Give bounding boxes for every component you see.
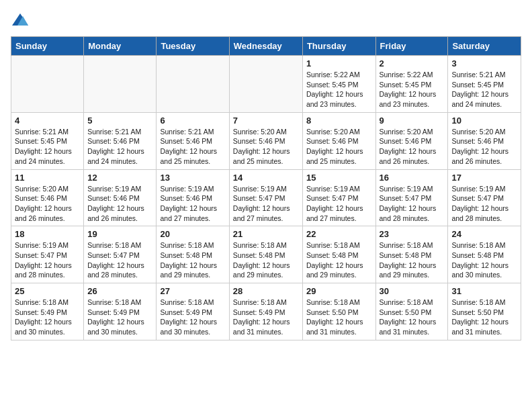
day-number: 9 [380,116,445,126]
day-info: Sunrise: 5:18 AM Sunset: 5:50 PM Dayligh… [380,298,445,337]
day-info: Sunrise: 5:18 AM Sunset: 5:50 PM Dayligh… [306,298,372,337]
calendar-cell: 29Sunrise: 5:18 AM Sunset: 5:50 PM Dayli… [302,283,375,340]
day-info: Sunrise: 5:18 AM Sunset: 5:48 PM Dayligh… [380,240,445,280]
day-number: 30 [380,286,445,296]
day-number: 25 [15,286,80,296]
day-number: 31 [451,286,517,296]
day-info: Sunrise: 5:21 AM Sunset: 5:46 PM Dayligh… [160,127,225,167]
day-number: 28 [233,286,299,296]
day-number: 27 [160,286,225,296]
day-info: Sunrise: 5:18 AM Sunset: 5:48 PM Dayligh… [306,240,372,280]
day-number: 26 [87,286,152,296]
day-info: Sunrise: 5:18 AM Sunset: 5:47 PM Dayligh… [87,240,152,280]
day-number: 23 [380,229,445,239]
day-number: 10 [451,116,517,126]
calendar-cell: 11Sunrise: 5:20 AM Sunset: 5:46 PM Dayli… [11,169,84,226]
day-info: Sunrise: 5:20 AM Sunset: 5:46 PM Dayligh… [15,184,80,224]
day-info: Sunrise: 5:19 AM Sunset: 5:46 PM Dayligh… [160,184,225,224]
calendar-header-monday: Monday [84,37,157,56]
calendar-cell: 23Sunrise: 5:18 AM Sunset: 5:48 PM Dayli… [375,226,448,283]
calendar-cell: 8Sunrise: 5:20 AM Sunset: 5:46 PM Daylig… [302,112,375,169]
calendar-cell: 20Sunrise: 5:18 AM Sunset: 5:48 PM Dayli… [157,226,229,283]
day-number: 13 [160,173,225,183]
calendar-table: SundayMondayTuesdayWednesdayThursdayFrid… [11,36,521,340]
calendar-header-wednesday: Wednesday [229,37,302,56]
page-container: SundayMondayTuesdayWednesdayThursdayFrid… [0,0,532,346]
day-info: Sunrise: 5:19 AM Sunset: 5:47 PM Dayligh… [380,184,445,224]
day-number: 6 [160,116,225,126]
logo-icon [11,11,30,30]
calendar-cell: 14Sunrise: 5:19 AM Sunset: 5:47 PM Dayli… [229,169,302,226]
day-number: 5 [87,116,152,126]
day-number: 3 [451,58,517,68]
day-number: 29 [306,286,372,296]
calendar-header-sunday: Sunday [11,37,84,56]
day-info: Sunrise: 5:20 AM Sunset: 5:46 PM Dayligh… [451,127,517,167]
day-info: Sunrise: 5:22 AM Sunset: 5:45 PM Dayligh… [306,70,372,109]
day-number: 24 [451,229,517,239]
calendar-week-row: 11Sunrise: 5:20 AM Sunset: 5:46 PM Dayli… [11,169,521,226]
calendar-cell: 16Sunrise: 5:19 AM Sunset: 5:47 PM Dayli… [375,169,448,226]
day-info: Sunrise: 5:18 AM Sunset: 5:49 PM Dayligh… [15,298,80,337]
calendar-cell: 2Sunrise: 5:22 AM Sunset: 5:45 PM Daylig… [375,56,448,113]
day-number: 16 [380,173,445,183]
day-number: 19 [87,229,152,239]
day-info: Sunrise: 5:19 AM Sunset: 5:47 PM Dayligh… [451,184,517,224]
calendar-cell [229,56,302,113]
day-info: Sunrise: 5:20 AM Sunset: 5:46 PM Dayligh… [233,127,299,167]
calendar-cell: 17Sunrise: 5:19 AM Sunset: 5:47 PM Dayli… [448,169,521,226]
day-number: 2 [380,58,445,68]
day-info: Sunrise: 5:18 AM Sunset: 5:49 PM Dayligh… [160,298,225,337]
day-number: 11 [15,173,80,183]
calendar-header-thursday: Thursday [302,37,375,56]
day-number: 22 [306,229,372,239]
day-info: Sunrise: 5:18 AM Sunset: 5:49 PM Dayligh… [87,298,152,337]
day-number: 4 [15,116,80,126]
day-number: 14 [233,173,299,183]
calendar-cell [157,56,229,113]
calendar-cell: 25Sunrise: 5:18 AM Sunset: 5:49 PM Dayli… [11,283,84,340]
calendar-cell [84,56,157,113]
calendar-cell: 24Sunrise: 5:18 AM Sunset: 5:48 PM Dayli… [448,226,521,283]
calendar-cell: 3Sunrise: 5:21 AM Sunset: 5:45 PM Daylig… [448,56,521,113]
day-number: 18 [15,229,80,239]
day-number: 17 [451,173,517,183]
header [11,11,521,30]
day-info: Sunrise: 5:18 AM Sunset: 5:50 PM Dayligh… [451,298,517,337]
day-number: 8 [306,116,372,126]
calendar-cell: 28Sunrise: 5:18 AM Sunset: 5:49 PM Dayli… [229,283,302,340]
calendar-header-tuesday: Tuesday [157,37,229,56]
calendar-cell: 31Sunrise: 5:18 AM Sunset: 5:50 PM Dayli… [448,283,521,340]
calendar-cell: 12Sunrise: 5:19 AM Sunset: 5:46 PM Dayli… [84,169,157,226]
day-info: Sunrise: 5:18 AM Sunset: 5:48 PM Dayligh… [233,240,299,280]
day-info: Sunrise: 5:19 AM Sunset: 5:46 PM Dayligh… [87,184,152,224]
day-info: Sunrise: 5:20 AM Sunset: 5:46 PM Dayligh… [306,127,372,167]
calendar-cell: 21Sunrise: 5:18 AM Sunset: 5:48 PM Dayli… [229,226,302,283]
day-info: Sunrise: 5:18 AM Sunset: 5:49 PM Dayligh… [233,298,299,337]
calendar-cell: 26Sunrise: 5:18 AM Sunset: 5:49 PM Dayli… [84,283,157,340]
day-info: Sunrise: 5:19 AM Sunset: 5:47 PM Dayligh… [15,240,80,280]
calendar-header-row: SundayMondayTuesdayWednesdayThursdayFrid… [11,37,521,56]
day-number: 15 [306,173,372,183]
day-number: 1 [306,58,372,68]
calendar-cell: 7Sunrise: 5:20 AM Sunset: 5:46 PM Daylig… [229,112,302,169]
calendar-cell: 27Sunrise: 5:18 AM Sunset: 5:49 PM Dayli… [157,283,229,340]
calendar-cell: 22Sunrise: 5:18 AM Sunset: 5:48 PM Dayli… [302,226,375,283]
day-info: Sunrise: 5:18 AM Sunset: 5:48 PM Dayligh… [451,240,517,280]
calendar-cell: 13Sunrise: 5:19 AM Sunset: 5:46 PM Dayli… [157,169,229,226]
calendar-cell: 18Sunrise: 5:19 AM Sunset: 5:47 PM Dayli… [11,226,84,283]
day-info: Sunrise: 5:18 AM Sunset: 5:48 PM Dayligh… [160,240,225,280]
calendar-week-row: 4Sunrise: 5:21 AM Sunset: 5:45 PM Daylig… [11,112,521,169]
calendar-cell: 1Sunrise: 5:22 AM Sunset: 5:45 PM Daylig… [302,56,375,113]
calendar-header-friday: Friday [375,37,448,56]
calendar-cell: 4Sunrise: 5:21 AM Sunset: 5:45 PM Daylig… [11,112,84,169]
calendar-cell: 5Sunrise: 5:21 AM Sunset: 5:46 PM Daylig… [84,112,157,169]
day-info: Sunrise: 5:21 AM Sunset: 5:45 PM Dayligh… [15,127,80,167]
calendar-cell: 19Sunrise: 5:18 AM Sunset: 5:47 PM Dayli… [84,226,157,283]
calendar-cell: 6Sunrise: 5:21 AM Sunset: 5:46 PM Daylig… [157,112,229,169]
calendar-cell: 10Sunrise: 5:20 AM Sunset: 5:46 PM Dayli… [448,112,521,169]
calendar-cell: 9Sunrise: 5:20 AM Sunset: 5:46 PM Daylig… [375,112,448,169]
calendar-week-row: 1Sunrise: 5:22 AM Sunset: 5:45 PM Daylig… [11,56,521,113]
day-info: Sunrise: 5:21 AM Sunset: 5:46 PM Dayligh… [87,127,152,167]
calendar-cell [11,56,84,113]
